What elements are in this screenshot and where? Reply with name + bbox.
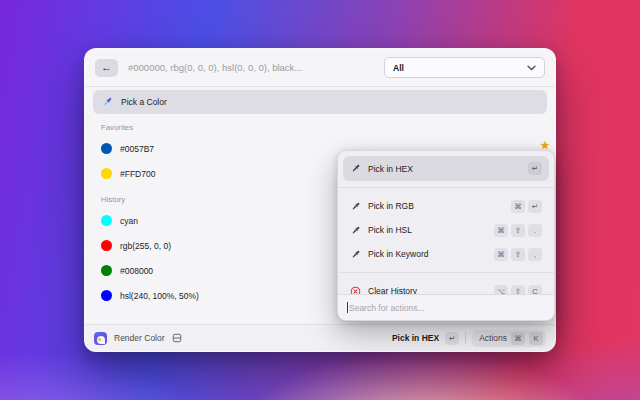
- text-cursor: [347, 302, 348, 313]
- back-button[interactable]: ←: [95, 59, 118, 77]
- eyedropper-icon: [350, 225, 361, 236]
- key-option: ⌥: [494, 285, 508, 295]
- actions-search-bar: [338, 294, 554, 320]
- key-return: ↵: [528, 200, 542, 213]
- list-item-label: rgb(255, 0, 0): [120, 241, 171, 251]
- actions-button-label: Actions: [479, 333, 507, 343]
- key-c: C: [528, 285, 542, 295]
- actions-menu-items: Pick in HEX ↵ Pick in RGB ⌘ ↵: [338, 151, 554, 294]
- filter-dropdown-value: All: [393, 63, 404, 73]
- extension-name: Render Color: [114, 333, 165, 343]
- clear-circle-icon: [350, 286, 361, 295]
- color-swatch: [101, 240, 112, 251]
- footer-divider: [465, 332, 466, 344]
- action-clear-history[interactable]: Clear History ⌥ ⇧ C: [343, 279, 549, 294]
- color-swatch: [101, 265, 112, 276]
- header: ← #000000, rbg(0, 0, 0), hsl(0, 0, 0), b…: [85, 49, 555, 87]
- list-item-label: #FFD700: [120, 169, 155, 179]
- key-return: ↵: [528, 162, 542, 175]
- chevron-down-icon: [527, 65, 536, 71]
- eyedropper-icon: [101, 96, 113, 108]
- action-label: Pick in HSL: [368, 225, 487, 235]
- actions-menu: Pick in HEX ↵ Pick in RGB ⌘ ↵: [337, 150, 555, 321]
- key-return: ↵: [445, 332, 459, 345]
- window-mode-icon: [172, 333, 182, 343]
- list-item-label: #0057B7: [120, 144, 154, 154]
- launcher-window: ← #000000, rbg(0, 0, 0), hsl(0, 0, 0), b…: [84, 48, 556, 352]
- eyedropper-icon: [350, 201, 361, 212]
- extension-icon: [94, 332, 107, 345]
- eyedropper-icon: [350, 249, 361, 260]
- list-item-label: hsl(240, 100%, 50%): [120, 291, 199, 301]
- actions-button[interactable]: Actions ⌘ K: [472, 330, 546, 347]
- color-swatch: [101, 215, 112, 226]
- list-item-label: cyan: [120, 216, 138, 226]
- action-label: Pick in RGB: [368, 201, 504, 211]
- key-cmd: ⌘: [511, 200, 525, 213]
- key-shift: ⇧: [511, 285, 525, 295]
- key-period: .: [528, 224, 542, 237]
- action-label: Pick in HEX: [368, 164, 521, 174]
- key-k: K: [529, 332, 543, 345]
- key-shift: ⇧: [511, 248, 525, 261]
- list-item-pick-a-color[interactable]: Pick a Color: [93, 90, 547, 114]
- action-pick-in-hex[interactable]: Pick in HEX ↵: [343, 156, 549, 181]
- section-title-favorites: Favorites: [101, 123, 539, 132]
- list-item-label: #008000: [120, 266, 153, 276]
- list-item-label: Pick a Color: [121, 97, 167, 107]
- key-comma: ,: [528, 248, 542, 261]
- key-shift: ⇧: [511, 224, 525, 237]
- primary-action-label[interactable]: Pick in HEX: [392, 333, 439, 343]
- key-cmd: ⌘: [494, 224, 508, 237]
- color-swatch: [101, 143, 112, 154]
- color-swatch: [101, 290, 112, 301]
- eyedropper-icon: [350, 163, 361, 174]
- back-arrow-icon: ←: [101, 62, 112, 73]
- footer: Render Color Pick in HEX ↵ Actions ⌘ K: [85, 324, 555, 351]
- action-pick-in-rgb[interactable]: Pick in RGB ⌘ ↵: [343, 194, 549, 218]
- search-query-text[interactable]: #000000, rbg(0, 0, 0), hsl(0, 0, 0), bla…: [128, 62, 384, 73]
- menu-divider: [338, 272, 554, 273]
- actions-search-input[interactable]: [349, 303, 545, 313]
- color-swatch: [101, 168, 112, 179]
- action-pick-in-hsl[interactable]: Pick in HSL ⌘ ⇧ .: [343, 218, 549, 242]
- action-label: Pick in Keyword: [368, 249, 487, 259]
- filter-dropdown[interactable]: All: [384, 57, 545, 78]
- action-label: Clear History: [368, 286, 487, 294]
- menu-divider: [338, 187, 554, 188]
- key-cmd: ⌘: [494, 248, 508, 261]
- key-cmd: ⌘: [511, 332, 525, 345]
- action-pick-in-keyword[interactable]: Pick in Keyword ⌘ ⇧ ,: [343, 242, 549, 266]
